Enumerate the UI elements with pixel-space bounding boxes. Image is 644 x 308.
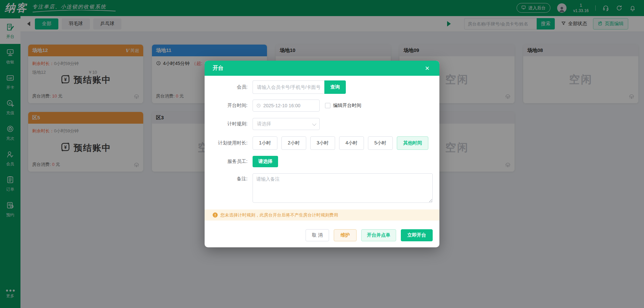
open-time-picker[interactable]: 2025-12-10 16:00	[253, 100, 320, 112]
note-row: 备注:	[205, 173, 433, 203]
note-textarea[interactable]	[253, 173, 433, 203]
edit-time-label: 编辑开台时间	[333, 103, 361, 109]
timing-rule-placeholder: 请选择	[257, 121, 271, 127]
close-icon[interactable]: ×	[423, 64, 431, 72]
warning-text: 您未选择计时规则，此房台开台后将不产生房台计时规则费用	[220, 212, 338, 218]
open-table-modal: 开台 × 会员: 查询 开台时间: 2025-12-10 16:00 编辑开台时…	[205, 61, 439, 247]
member-label: 会员:	[205, 84, 248, 90]
note-box	[253, 173, 433, 203]
timing-rule-row: 计时规则: 请选择	[205, 118, 320, 130]
duration-label: 计划使用时长:	[205, 140, 248, 146]
duration-1h-button[interactable]: 1小时	[253, 136, 277, 150]
edit-time-checkbox[interactable]	[325, 103, 330, 108]
note-label: 备注:	[205, 173, 248, 182]
open-now-button[interactable]: 立即开台	[401, 229, 433, 241]
warning-bar: ! 您未选择计时规则，此房台开台后将不产生房台计时规则费用	[205, 209, 439, 221]
duration-2h-button[interactable]: 2小时	[281, 136, 306, 150]
duration-row: 计划使用时长: 1小时 2小时 3小时 4小时 5小时 其他时间	[205, 136, 428, 150]
open-time-label: 开台时间:	[205, 103, 248, 109]
query-button[interactable]: 查询	[324, 80, 346, 94]
timing-rule-label: 计时规则:	[205, 121, 248, 127]
app-root: 纳客 专注单店、小连锁的收银系统 进入后台 1 v1.33.16	[0, 0, 644, 308]
modal-footer: 取 消 维护 开台并点单 立即开台	[306, 229, 433, 241]
chevron-down-icon	[312, 121, 317, 126]
open-time-value: 2025-12-10 16:00	[263, 103, 301, 108]
modal-title: 开台	[213, 65, 223, 72]
clock-icon	[256, 103, 261, 108]
staff-label: 服务员工:	[205, 159, 248, 165]
modal-header: 开台 ×	[205, 61, 439, 76]
open-and-order-button[interactable]: 开台并点单	[361, 229, 396, 241]
warning-icon: !	[213, 212, 218, 218]
timing-rule-select[interactable]: 请选择	[253, 118, 320, 130]
cancel-button[interactable]: 取 消	[306, 229, 329, 241]
duration-5h-button[interactable]: 5小时	[368, 136, 393, 150]
maintain-button[interactable]: 维护	[334, 229, 357, 241]
open-time-row: 开台时间: 2025-12-10 16:00 编辑开台时间	[205, 100, 361, 112]
member-row: 会员: 查询	[205, 80, 346, 94]
duration-4h-button[interactable]: 4小时	[339, 136, 364, 150]
staff-select-button[interactable]: 请选择	[253, 156, 278, 167]
duration-other-button[interactable]: 其他时间	[397, 136, 428, 150]
member-input[interactable]	[253, 80, 324, 94]
staff-row: 服务员工: 请选择	[205, 156, 278, 167]
duration-3h-button[interactable]: 3小时	[310, 136, 335, 150]
